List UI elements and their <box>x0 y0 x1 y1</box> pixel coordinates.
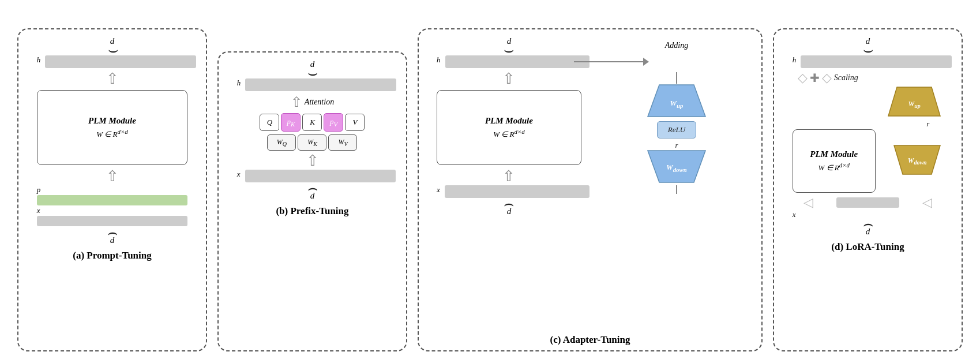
panel-d-plm-formula: W ∈ Rd×d <box>818 162 849 173</box>
panel-b-h-row: h <box>227 78 398 91</box>
panel-d-wup-row: Wup <box>782 87 953 119</box>
panel-d-arrow-left-icon: ◁ <box>803 195 813 210</box>
panel-c-wup-container: Wup <box>645 85 708 119</box>
panel-c-wdown-container: Wdown <box>645 151 708 185</box>
panel-d-plus-icon: ✚ <box>810 71 820 85</box>
panel-c-wdown-svg <box>645 151 708 185</box>
panel-d: d ⌣ h ◇ ✚ ◇ Scaling Wup r <box>773 28 963 351</box>
diagram-container: d ⌣ h ⇧ PLM Module W ∈ Rd×d ⇧ p x ⌢ d (a… <box>0 0 980 363</box>
panel-b-wk-box: WK <box>298 134 326 151</box>
panel-a-plm-box: PLM Module W ∈ Rd×d <box>37 90 187 165</box>
panel-d-bottom-brace-char: ⌢ <box>863 220 873 227</box>
panel-d-bottom-d: d <box>866 227 870 237</box>
panel-c-bottom-d: d <box>507 207 512 216</box>
panel-c-right: Adding Wup ReLU r <box>597 29 761 350</box>
panel-b-bottom-d: d <box>310 191 315 201</box>
panel-d-arrow-right-icon: ◁ <box>922 195 932 210</box>
panel-d-arrows-row: ◁ ◁ <box>782 195 953 210</box>
panel-c-wup-svg <box>645 85 708 119</box>
panel-d-r-label: r <box>926 119 929 129</box>
panel-a-plm-formula: W ∈ Rd×d <box>96 128 127 139</box>
panel-b-attention-row: ⇧ Attention <box>291 94 334 110</box>
panel-c-left: d ⌣ h ⇧ PLM Module W ∈ Rd×d ⇧ <box>419 29 597 350</box>
panel-c-plm-box: PLM Module W ∈ Rd×d <box>437 90 581 165</box>
panel-c-x-label: x <box>437 185 440 194</box>
panel-d-wup-container: Wup <box>885 87 943 119</box>
panel-d-h-bar <box>801 55 951 68</box>
panel-c-wrapper: d ⌣ h ⇧ PLM Module W ∈ Rd×d ⇧ <box>418 28 763 351</box>
panel-d-icons-row: ◇ ✚ ◇ Scaling <box>798 70 948 85</box>
panel-c-label: (c) Adapter-Tuning <box>419 334 761 346</box>
panel-c-adding-label: Adding <box>665 41 688 50</box>
panel-d-r-row: r <box>793 119 943 129</box>
panel-c-h-row: h <box>427 55 591 68</box>
panel-c-x-bar <box>445 185 589 198</box>
panel-a-bottom-brace-char: ⌢ <box>107 229 118 235</box>
panel-a-label: (a) Prompt-Tuning <box>73 250 152 261</box>
panel-b: d ⌣ h ⇧ Attention Q pK K pV V WQ WK WV ⇧ <box>217 51 407 351</box>
panel-d-wdown-svg <box>891 145 943 177</box>
panel-a-p-bar <box>37 195 187 205</box>
panel-a-h-bar <box>45 55 196 68</box>
panel-d-diamond2-icon: ◇ <box>822 70 832 85</box>
panel-a-bottom-brace: ⌢ d <box>27 229 198 245</box>
panel-c-plm-title: PLM Module <box>485 116 533 126</box>
panel-d-scaling-label: Scaling <box>834 73 858 83</box>
panel-d-bottom-brace: ⌢ d <box>782 220 953 237</box>
panel-a: d ⌣ h ⇧ PLM Module W ∈ Rd×d ⇧ p x ⌢ d (a… <box>17 28 207 351</box>
panel-c-top-brace: d ⌣ <box>427 36 591 54</box>
panel-d-top-brace: d ⌣ <box>782 36 953 54</box>
panel-b-pv-box: pV <box>324 113 343 132</box>
panel-b-h-bar <box>245 78 396 91</box>
panel-c-arrow2: ⇧ <box>502 167 515 185</box>
panel-c-h-label: h <box>437 55 441 65</box>
panel-d-label: (d) LoRA-Tuning <box>831 241 904 253</box>
panel-b-top-brace-char: ⌣ <box>307 69 318 77</box>
panel-b-x-bar <box>245 170 396 182</box>
panel-c-plm-formula: W ∈ Rd×d <box>493 128 524 139</box>
panel-b-arrow2: ⇧ <box>306 152 319 170</box>
panel-d-plm-title: PLM Module <box>810 149 858 159</box>
panel-b-wv-box: WV <box>328 134 357 151</box>
panel-b-wq-box: WQ <box>267 134 296 151</box>
svg-marker-3 <box>894 145 940 174</box>
panel-d-top-brace-char: ⌣ <box>863 46 873 54</box>
panel-b-k-box: K <box>302 114 322 131</box>
panel-d-wup-svg <box>885 87 943 119</box>
panel-d-h-row: h <box>782 55 953 68</box>
panel-a-x-label: x <box>37 206 40 215</box>
panel-a-arrow1: ⇧ <box>106 70 119 88</box>
panel-b-wqkv-row: WQ WK WV <box>237 134 388 151</box>
svg-marker-1 <box>648 151 705 182</box>
panel-a-top-brace: d ⌣ <box>27 36 198 54</box>
panel-b-top-brace: d ⌣ <box>227 59 398 77</box>
panel-c-vline1 <box>676 72 677 84</box>
panel-c-relu-label: ReLU <box>668 125 685 134</box>
panel-b-label: (b) Prefix-Tuning <box>276 205 348 217</box>
panel-b-x-label: x <box>237 170 241 179</box>
panel-b-h-label: h <box>237 78 241 88</box>
panel-b-v-box: V <box>345 114 365 131</box>
panel-d-h-label: h <box>793 55 797 65</box>
panel-b-bottom-brace: ⌢ d <box>227 185 398 201</box>
panel-b-pk-box: pK <box>281 113 301 132</box>
panel-c-vline2 <box>676 185 677 194</box>
panel-a-h-label: h <box>37 55 41 65</box>
panel-c-r-label: r <box>675 141 678 150</box>
panel-b-bottom-brace-char: ⌢ <box>307 185 318 191</box>
panel-b-attention-label: Attention <box>305 98 334 107</box>
svg-marker-2 <box>888 87 940 116</box>
panel-c-relu-box: ReLU <box>657 121 696 139</box>
panel-b-arrow-up: ⇧ <box>291 94 302 110</box>
panel-a-p-label: p <box>37 185 41 194</box>
panel-d-x-bar <box>836 197 900 208</box>
panel-c-h-bar <box>445 55 590 68</box>
panel-b-qpkkpvv-row: Q pK K pV V <box>237 113 388 132</box>
panel-c-top-brace-char: ⌣ <box>504 46 514 54</box>
panel-a-top-brace-char: ⌣ <box>108 46 117 54</box>
panel-d-diamond1-icon: ◇ <box>798 70 808 85</box>
panel-c-bottom-brace: ⌢ d <box>427 200 591 216</box>
panel-c-bottom-brace-char: ⌢ <box>504 200 514 207</box>
panel-d-mid-row: PLM Module W ∈ Rd×d Wdown <box>782 129 953 193</box>
panel-c-label-wrapper: (c) Adapter-Tuning <box>419 330 761 346</box>
